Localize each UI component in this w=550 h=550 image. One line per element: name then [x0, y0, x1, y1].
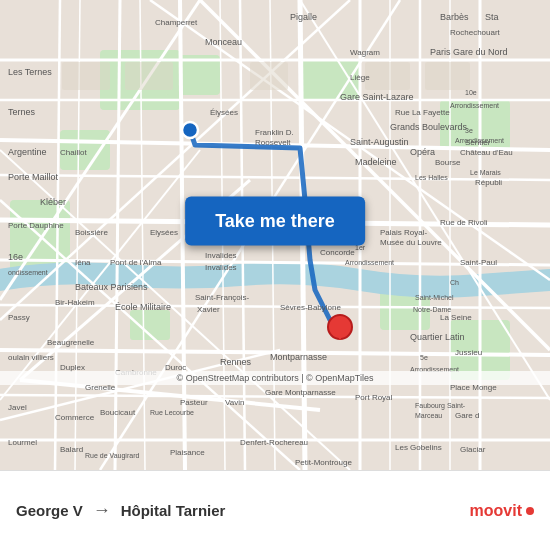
svg-text:Bourse: Bourse	[435, 158, 461, 167]
svg-text:Gare Montparnasse: Gare Montparnasse	[265, 388, 336, 397]
svg-text:Vavin: Vavin	[225, 398, 244, 407]
svg-text:Saint-Paul: Saint-Paul	[460, 258, 497, 267]
svg-text:École Militaire: École Militaire	[115, 302, 171, 312]
svg-text:Marceau: Marceau	[415, 412, 442, 419]
svg-text:Boucicaut: Boucicaut	[100, 408, 136, 417]
svg-text:Franklin D.: Franklin D.	[255, 128, 294, 137]
svg-text:Lourmel: Lourmel	[8, 438, 37, 447]
svg-text:Saint-François-: Saint-François-	[195, 293, 250, 302]
svg-text:Les Gobelins: Les Gobelins	[395, 443, 442, 452]
svg-text:Sta: Sta	[485, 12, 499, 22]
svg-text:Barbès: Barbès	[440, 12, 469, 22]
moovit-logo: moovit	[470, 502, 534, 520]
svg-text:Sèvres-Babylone: Sèvres-Babylone	[280, 303, 341, 312]
svg-text:Paris Gare du Nord: Paris Gare du Nord	[430, 47, 508, 57]
svg-text:Porte Maillot: Porte Maillot	[8, 172, 59, 182]
svg-text:Monceau: Monceau	[205, 37, 242, 47]
svg-text:Denfert-Rochereau: Denfert-Rochereau	[240, 438, 308, 447]
svg-text:Notre-Dame: Notre-Dame	[413, 306, 451, 313]
svg-text:Rue de Vaugirard: Rue de Vaugirard	[85, 452, 139, 460]
svg-text:Iéna: Iéna	[75, 258, 91, 267]
svg-text:Arrondissement: Arrondissement	[455, 137, 504, 144]
svg-text:Opéra: Opéra	[410, 147, 435, 157]
svg-text:Rue Lecourbe: Rue Lecourbe	[150, 409, 194, 416]
svg-text:Rue La Fayette: Rue La Fayette	[395, 108, 450, 117]
svg-text:Xavier: Xavier	[197, 305, 220, 314]
svg-text:Liège: Liège	[350, 73, 370, 82]
route-arrow-icon: →	[93, 500, 111, 521]
svg-text:Bir-Hakeim: Bir-Hakeim	[55, 298, 95, 307]
svg-text:Roosevelt: Roosevelt	[255, 138, 291, 147]
svg-text:Gare d: Gare d	[455, 411, 479, 420]
svg-text:Château d'Eau: Château d'Eau	[460, 148, 513, 157]
svg-text:Saint-Augustin: Saint-Augustin	[350, 137, 409, 147]
svg-text:Javel: Javel	[8, 403, 27, 412]
moovit-text: moovit	[470, 502, 522, 520]
svg-text:Palais Royal-: Palais Royal-	[380, 228, 427, 237]
svg-text:Madeleine: Madeleine	[355, 157, 397, 167]
svg-text:Élysées: Élysées	[210, 108, 238, 117]
svg-text:Beaugrenelle: Beaugrenelle	[47, 338, 95, 347]
svg-text:La Seine: La Seine	[440, 313, 472, 322]
moovit-dot-icon	[526, 507, 534, 515]
svg-rect-50	[365, 62, 410, 90]
map-attribution: © OpenStreetMap contributors | © OpenMap…	[0, 371, 550, 385]
svg-text:Rue de Rivoli: Rue de Rivoli	[440, 218, 488, 227]
svg-text:Les Halles: Les Halles	[415, 174, 448, 181]
svg-text:Saint-Michel: Saint-Michel	[415, 294, 454, 301]
svg-text:Ch: Ch	[450, 279, 459, 286]
svg-text:Plaisance: Plaisance	[170, 448, 205, 457]
svg-text:Commerce: Commerce	[55, 413, 95, 422]
svg-text:Grands Boulevards: Grands Boulevards	[390, 122, 468, 132]
svg-text:Bateaux Parisiens: Bateaux Parisiens	[75, 282, 148, 292]
svg-text:Musée du Louvre: Musée du Louvre	[380, 238, 442, 247]
svg-text:Boissière: Boissière	[75, 228, 108, 237]
destination-label: Hôpital Tarnier	[121, 502, 226, 519]
svg-text:Ternes: Ternes	[8, 107, 36, 117]
svg-text:Rochechouart: Rochechouart	[450, 28, 501, 37]
svg-text:3e: 3e	[465, 127, 473, 134]
svg-text:Pont de l'Alma: Pont de l'Alma	[110, 258, 162, 267]
svg-text:Petit-Montrouge: Petit-Montrouge	[295, 458, 352, 467]
svg-text:Gare Saint-Lazare: Gare Saint-Lazare	[340, 92, 414, 102]
svg-text:Faubourg Saint-: Faubourg Saint-	[415, 402, 466, 410]
svg-text:Glaciar: Glaciar	[460, 445, 486, 454]
svg-text:Le Marais: Le Marais	[470, 169, 501, 176]
svg-text:Passy: Passy	[8, 313, 30, 322]
svg-text:Elysées: Elysées	[150, 228, 178, 237]
svg-text:Kléber: Kléber	[40, 197, 66, 207]
svg-text:Invalides: Invalides	[205, 263, 237, 272]
map-container: Pigalle Barbès Rochechouart Paris Gare d…	[0, 0, 550, 470]
bottom-bar: George V → Hôpital Tarnier moovit	[0, 470, 550, 550]
svg-text:5e: 5e	[420, 354, 428, 361]
origin-label: George V	[16, 502, 83, 519]
svg-text:Les Ternes: Les Ternes	[8, 67, 52, 77]
svg-text:Invalides: Invalides	[205, 251, 237, 260]
svg-text:Arrondissement: Arrondissement	[450, 102, 499, 109]
svg-text:Arrondissement: Arrondissement	[345, 259, 394, 266]
svg-text:Porte Dauphine: Porte Dauphine	[8, 221, 64, 230]
svg-text:Balard: Balard	[60, 445, 83, 454]
svg-text:Wagram: Wagram	[350, 48, 380, 57]
svg-text:Pasteur: Pasteur	[180, 398, 208, 407]
svg-text:Rennes: Rennes	[220, 357, 252, 367]
svg-rect-48	[125, 62, 173, 90]
svg-text:Port Royal: Port Royal	[355, 393, 393, 402]
svg-rect-49	[250, 62, 288, 90]
svg-text:Républi: Républi	[475, 178, 502, 187]
svg-text:ondissement: ondissement	[8, 269, 48, 276]
svg-text:oulaln villiers: oulaln villiers	[8, 353, 54, 362]
svg-text:Montparnasse: Montparnasse	[270, 352, 327, 362]
svg-text:Argentine: Argentine	[8, 147, 47, 157]
svg-rect-51	[425, 62, 470, 90]
svg-rect-47	[62, 62, 110, 90]
svg-text:Pigalle: Pigalle	[290, 12, 317, 22]
svg-text:10e: 10e	[465, 89, 477, 96]
svg-text:Quartier Latin: Quartier Latin	[410, 332, 465, 342]
take-me-there-button[interactable]: Take me there	[185, 196, 365, 245]
svg-text:Chaillot: Chaillot	[60, 148, 87, 157]
svg-text:Champerret: Champerret	[155, 18, 198, 27]
svg-text:Jussieu: Jussieu	[455, 348, 482, 357]
route-info: George V → Hôpital Tarnier	[16, 500, 470, 521]
svg-point-145	[182, 122, 198, 138]
